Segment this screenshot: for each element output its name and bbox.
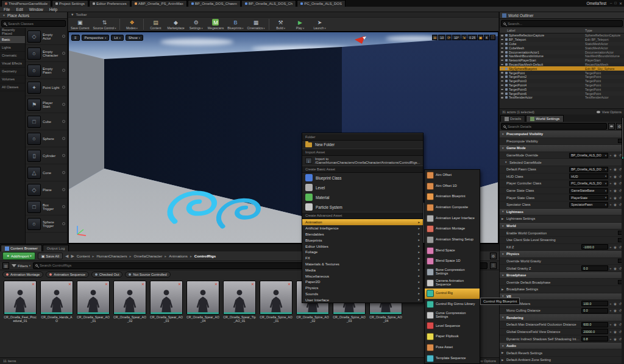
toolbar-button[interactable]: ▦ Cinematics▾ <box>247 19 265 30</box>
actor-type[interactable]: Edit BP_Teleport <box>585 38 624 41</box>
menu-item-new-folder[interactable]: New Folder <box>302 141 423 149</box>
rotation-snap-icon[interactable]: ⟳ <box>446 35 452 40</box>
actor-type[interactable]: TargetPoint <box>585 92 624 96</box>
actor-type[interactable]: StaticMeshActor <box>585 42 624 46</box>
number-field[interactable]: 20000.0 <box>581 329 608 334</box>
outliner-row[interactable]: SphereReflectionCapture SphereReflection… <box>500 33 624 38</box>
lock-icon[interactable]: ⚿ <box>490 262 497 269</box>
menu-item-basic-asset[interactable]: Blueprint Class <box>302 173 423 183</box>
placeable-actor-item[interactable]: ⚑ Player Start <box>26 96 67 113</box>
combo-box[interactable]: SpectatorPawn▾ <box>569 202 608 208</box>
property-action-icons[interactable]: + ◉ ↺ <box>609 153 622 157</box>
visibility-eye-icon[interactable] <box>500 89 504 91</box>
placeable-actor-item[interactable]: ○ Sphere Trigger <box>26 215 67 233</box>
outliner-row[interactable]: TargetPoint6 TargetPoint <box>500 91 624 96</box>
number-field[interactable]: -1000.0 <box>581 244 608 250</box>
settings-row[interactable]: Broadphase Settings ▾ + ◉ ↺ <box>500 286 624 293</box>
drag-handle-icon[interactable] <box>62 120 65 123</box>
placeable-actor-item[interactable]: △ Cone <box>26 164 67 181</box>
toolbar-header[interactable]: ▼ Toolbar <box>68 12 498 18</box>
menu-item-advanced-category[interactable]: Paper2D ▸ <box>302 279 423 285</box>
settings-row[interactable]: GameMode Override BP_Omella_ALS_DO▾ + ◉ … <box>500 152 624 159</box>
breadcrumb-item[interactable]: ControlRigs ► <box>194 254 216 258</box>
settings-row[interactable]: Mono Culling Distance ▾ 0.0 + ◉ ↺ <box>500 307 624 315</box>
actor-type[interactable]: TextRenderActor <box>585 96 624 99</box>
submenu-item[interactable]: Animation Blueprint <box>425 191 480 202</box>
menu-item-advanced-category[interactable]: Foliage ▸ <box>302 249 423 255</box>
breadcrumb-item[interactable]: Content ► <box>77 254 95 258</box>
drag-handle-icon[interactable] <box>62 69 65 72</box>
settings-row[interactable]: Enable World Composition ▾ + ◉ ↺ <box>500 229 624 237</box>
actor-type[interactable]: StaticMeshActor <box>585 46 624 50</box>
actor-type[interactable]: PlayerStart <box>585 58 624 62</box>
camera-speed-icon[interactable]: ▣ <box>478 35 483 40</box>
drag-handle-icon[interactable] <box>62 154 65 157</box>
menu-item-advanced-category[interactable]: Artificial Intelligence ▸ <box>302 225 423 231</box>
settings-row[interactable]: Kill Z ▾ -1000.0 + ◉ ↺ <box>500 244 624 251</box>
number-field[interactable]: 600.0 <box>581 322 608 327</box>
settings-row[interactable]: Game State Class GameStateBase▾ + ◉ ↺ <box>500 187 624 195</box>
placeable-actor-item[interactable]: □ Box Trigger <box>26 198 67 215</box>
visibility-eye-icon[interactable] <box>500 47 504 49</box>
menu-item-import[interactable]: ↓ Import to /Game/HumanCharacters/Omella… <box>302 156 423 166</box>
placeable-actor-item[interactable]: □ Cube <box>26 113 67 130</box>
window-tab[interactable]: ThirdPersonGameMode <box>1 0 51 7</box>
expand-arrow-icon[interactable] <box>502 253 505 256</box>
breadcrumb-item[interactable]: Animations ► <box>169 254 193 258</box>
asset-tile[interactable]: ✕ CR_Omella_Spear_Tip_AO_01 <box>223 281 256 324</box>
visibility-eye-icon[interactable] <box>500 64 504 66</box>
expand-arrow-icon[interactable] <box>502 288 505 291</box>
visibility-eye-icon[interactable] <box>500 85 504 86</box>
breadcrumb-item[interactable]: OmellaCharacter ► <box>134 254 168 258</box>
settings-row[interactable]: Default Max DistanceField Occlusion Dist… <box>500 321 624 329</box>
menu-item[interactable]: File <box>4 7 10 12</box>
menu-item-advanced-category[interactable]: Animation ▸ <box>302 219 423 225</box>
number-field[interactable]: 100.0 <box>581 301 608 306</box>
drag-handle-icon[interactable] <box>62 171 65 174</box>
back-arrow-icon[interactable]: ◀ <box>65 254 68 259</box>
window-tab[interactable]: Project Settings <box>52 0 88 7</box>
category-item[interactable]: Visual Effects <box>0 60 25 68</box>
actor-type[interactable]: TargetPoint <box>585 79 624 83</box>
submenu-item[interactable]: Camera Animation Sequence <box>425 278 480 289</box>
settings-row[interactable]: Spectator Class SpectatorPawn▾ + ◉ ↺ <box>500 201 624 209</box>
show-flags-button[interactable]: Show▾ <box>126 35 143 41</box>
actor-type[interactable]: RecastNavMesh <box>585 63 624 66</box>
category-item[interactable]: Geometry <box>0 68 25 75</box>
sources-toggle-icon[interactable]: ▥ <box>2 262 9 269</box>
placeable-actor-item[interactable]: ○ Empty Character <box>26 45 67 62</box>
settings-row[interactable]: Physics ▾ + ◉ ↺ <box>500 251 624 258</box>
expand-arrow-icon[interactable] <box>502 359 505 362</box>
breadcrumb-item[interactable]: HumanCharacters ► <box>96 254 132 258</box>
expand-arrow-icon[interactable] <box>505 161 508 164</box>
property-action-icons[interactable]: + ◉ ↺ <box>609 245 622 249</box>
settings-row[interactable]: Precomputed Visibility ▾ + ◉ ↺ <box>500 131 624 138</box>
settings-row[interactable]: Override World Gravity ▾ + ◉ ↺ <box>500 258 624 265</box>
submenu-item[interactable]: Level Sequence <box>425 321 480 332</box>
blue-spiral-mesh[interactable] <box>156 183 280 233</box>
property-action-icons[interactable]: + ◉ ↺ <box>609 167 622 171</box>
menu-item-advanced-category[interactable]: User Interface ▸ <box>302 296 423 303</box>
submenu-item[interactable]: Curve Compression Settings <box>425 310 480 321</box>
add-import-button[interactable]: ＋ Add/Import ▾ <box>2 252 35 260</box>
drag-handle-icon[interactable] <box>62 35 65 38</box>
outliner-row[interactable]: RecastNavMesh-Default RecastNavMesh <box>500 63 624 67</box>
tab-output-log[interactable]: Output Log <box>43 245 69 251</box>
expand-arrow-icon[interactable] <box>502 351 505 354</box>
toolbar-button[interactable]: ⇅ Source Control▾ <box>93 19 116 30</box>
window-tab[interactable]: BP_Omella_ALS_DOS_Ch <box>241 0 296 7</box>
expand-arrow-icon[interactable] <box>502 345 505 348</box>
toolbar-button[interactable]: ▶ Play▾ <box>292 19 308 30</box>
submenu-item[interactable]: Template Sequence <box>425 353 480 364</box>
submenu-item[interactable]: Aim Offset <box>425 170 480 181</box>
rotation-snap-value[interactable]: 10° <box>452 35 461 40</box>
placeable-actor-item[interactable]: ○ Empty Pawn <box>26 62 67 79</box>
scrollbar-thumb[interactable] <box>622 117 624 159</box>
category-item[interactable]: Cinematic <box>0 52 25 60</box>
toolbar-button[interactable]: M Megascans▾ <box>208 19 224 30</box>
expand-arrow-icon[interactable] <box>502 210 505 213</box>
settings-row[interactable]: Audio ▾ + ◉ ↺ <box>500 343 624 350</box>
settings-row[interactable]: Precompute Visibility ▾ + ◉ ↺ <box>500 138 624 145</box>
outliner-row[interactable]: DocumentationActor1 DocumentationActor <box>500 50 624 54</box>
category-item[interactable]: Volumes <box>0 75 25 83</box>
